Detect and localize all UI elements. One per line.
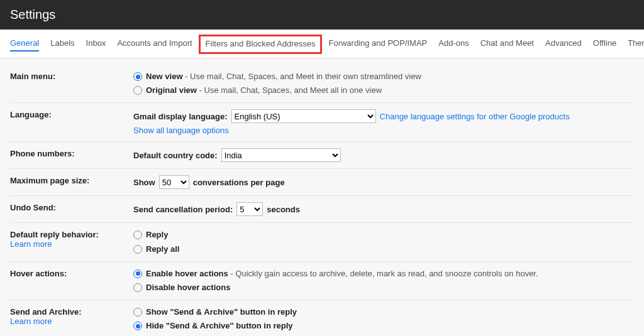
row-phone: Phone numbers: Default country code: Ind…	[10, 142, 634, 169]
row-reply: Default reply behavior: Learn more Reply…	[10, 223, 634, 261]
page-title: Settings	[10, 8, 55, 21]
tab-filters[interactable]: Filters and Blocked Addresses	[199, 35, 323, 54]
row-main-menu: Main menu: New view - Use mail, Chat, Sp…	[10, 65, 634, 103]
tab-addons[interactable]: Add-ons	[438, 38, 469, 51]
radio-reply[interactable]	[133, 230, 142, 239]
tab-labels[interactable]: Labels	[50, 38, 74, 51]
undo-pre: Send cancellation period:	[133, 205, 233, 214]
opt-new-view: New view	[146, 72, 183, 81]
tab-forwarding[interactable]: Forwarding and POP/IMAP	[328, 38, 427, 51]
opt-original-view: Original view	[146, 85, 197, 95]
settings-header: Settings	[0, 0, 644, 30]
radio-disable-hover[interactable]	[133, 283, 142, 292]
select-language[interactable]: English (US)	[231, 109, 376, 123]
label-send-archive: Send and Archive:	[10, 307, 82, 317]
tab-themes[interactable]: Themes	[628, 38, 644, 51]
label-phone: Phone numbers:	[10, 148, 133, 158]
label-main-menu: Main menu:	[10, 71, 133, 81]
label-country-code: Default country code:	[133, 151, 218, 160]
row-undo: Undo Send: Send cancellation period: 5 s…	[10, 196, 634, 223]
label-hover: Hover actions:	[10, 268, 133, 278]
link-show-all-lang[interactable]: Show all language options	[133, 126, 229, 135]
opt-show-sa: Show "Send & Archive" button in reply	[146, 306, 297, 318]
opt-reply-all: Reply all	[146, 244, 179, 255]
row-language: Language: Gmail display language: Englis…	[10, 103, 634, 142]
page-size-pre: Show	[133, 178, 155, 187]
link-change-lang[interactable]: Change language settings for other Googl…	[380, 112, 570, 121]
link-sa-learn[interactable]: Learn more	[10, 317, 52, 326]
opt-original-view-desc: - Use mail, Chat, Spaces, and Meet all i…	[199, 85, 382, 95]
opt-enable-hover-desc: - Quickly gain access to archive, delete…	[230, 269, 538, 278]
label-page-size: Maximum page size:	[10, 175, 133, 185]
settings-content: Main menu: New view - Use mail, Chat, Sp…	[0, 58, 644, 336]
row-send-archive: Send and Archive: Learn more Show "Send …	[10, 300, 634, 336]
tab-accounts[interactable]: Accounts and Import	[117, 38, 192, 51]
radio-new-view[interactable]	[133, 72, 142, 81]
opt-disable-hover: Disable hover actions	[146, 282, 230, 293]
opt-reply: Reply	[146, 229, 168, 241]
row-hover: Hover actions: Enable hover actions - Qu…	[10, 262, 634, 300]
tab-general[interactable]: General	[10, 38, 39, 51]
radio-enable-hover[interactable]	[133, 269, 142, 278]
undo-post: seconds	[267, 205, 300, 214]
label-language: Language:	[10, 109, 133, 119]
opt-enable-hover: Enable hover actions	[146, 269, 228, 278]
radio-hide-sa[interactable]	[133, 322, 142, 330]
select-page-size[interactable]: 50	[159, 175, 189, 189]
opt-hide-sa: Hide "Send & Archive" button in reply	[146, 320, 293, 332]
link-reply-learn[interactable]: Learn more	[10, 239, 52, 249]
tab-chat[interactable]: Chat and Meet	[480, 38, 534, 51]
display-lang-label: Gmail display language:	[133, 112, 228, 121]
opt-new-view-desc: - Use mail, Chat, Spaces, and Meet in th…	[185, 72, 421, 81]
row-page-size: Maximum page size: Show 50 conversations…	[10, 169, 634, 196]
select-undo-seconds[interactable]: 5	[236, 202, 263, 216]
tab-offline[interactable]: Offline	[593, 38, 616, 51]
settings-tabs: General Labels Inbox Accounts and Import…	[0, 30, 644, 58]
tab-advanced[interactable]: Advanced	[545, 38, 582, 51]
label-reply: Default reply behavior:	[10, 230, 99, 239]
select-country-code[interactable]: India	[221, 148, 341, 162]
label-undo: Undo Send:	[10, 202, 133, 212]
page-size-post: conversations per page	[193, 178, 285, 187]
radio-show-sa[interactable]	[133, 308, 142, 317]
radio-reply-all[interactable]	[133, 245, 142, 254]
tab-inbox[interactable]: Inbox	[86, 38, 106, 51]
radio-original-view[interactable]	[133, 86, 142, 95]
